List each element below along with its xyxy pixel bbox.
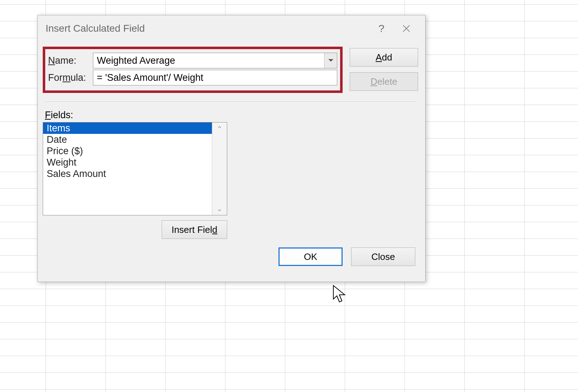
name-combo xyxy=(93,53,337,68)
insert-calculated-field-dialog: Insert Calculated Field ? Name: xyxy=(37,15,426,282)
dialog-body: Name: Formula: Add Delete xyxy=(38,42,425,282)
fields-listbox-wrap: ItemsDatePrice ($)WeightSales Amount ⌃ ⌄ xyxy=(43,122,227,215)
name-row: Name: xyxy=(48,53,337,68)
dialog-title: Insert Calculated Field xyxy=(46,23,369,34)
chevron-down-icon xyxy=(328,59,334,62)
close-x-button[interactable] xyxy=(394,19,419,38)
insert-field-button[interactable]: Insert Field xyxy=(162,220,227,239)
name-input[interactable] xyxy=(93,53,324,68)
formula-input[interactable] xyxy=(93,70,337,85)
scroll-down-icon[interactable]: ⌄ xyxy=(217,204,223,213)
fields-listbox[interactable]: ItemsDatePrice ($)WeightSales Amount xyxy=(43,122,212,215)
list-item[interactable]: Items xyxy=(43,122,212,134)
dialog-footer: OK Close xyxy=(43,239,418,266)
add-button[interactable]: Add xyxy=(350,48,418,67)
name-dropdown-button[interactable] xyxy=(324,53,337,68)
scroll-up-icon[interactable]: ⌃ xyxy=(217,125,223,133)
highlight-box: Name: Formula: xyxy=(43,47,343,93)
help-button[interactable]: ? xyxy=(369,19,394,38)
list-item[interactable]: Weight xyxy=(43,157,212,168)
formula-row: Formula: xyxy=(48,70,337,85)
top-row: Name: Formula: Add Delete xyxy=(43,47,418,93)
help-icon: ? xyxy=(379,22,385,35)
ok-button[interactable]: OK xyxy=(278,247,343,266)
list-item[interactable]: Sales Amount xyxy=(43,168,212,179)
fields-label: Fields: xyxy=(45,110,418,121)
insert-field-row: Insert Field xyxy=(162,220,418,239)
scrollbar[interactable]: ⌃ ⌄ xyxy=(212,122,227,215)
close-button[interactable]: Close xyxy=(351,247,415,266)
delete-button: Delete xyxy=(350,72,418,91)
formula-label: Formula: xyxy=(48,72,93,83)
side-buttons: Add Delete xyxy=(350,47,418,91)
close-icon xyxy=(402,24,411,33)
titlebar: Insert Calculated Field ? xyxy=(38,15,425,42)
name-label: Name: xyxy=(48,55,93,66)
list-item[interactable]: Date xyxy=(43,134,212,145)
list-item[interactable]: Price ($) xyxy=(43,145,212,157)
divider xyxy=(44,101,417,102)
